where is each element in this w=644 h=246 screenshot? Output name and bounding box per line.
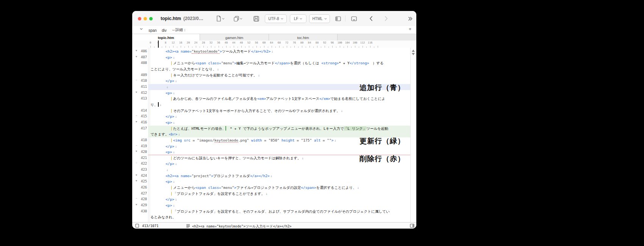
status-bar: 413/1071 <h2><a name="keytoolmode">ツール入力… [132,222,416,229]
chevron-down-icon [240,18,242,20]
code-line-429[interactable]: ▼429<p>↓ [132,202,416,209]
code-line-425[interactable]: ▼425<p>↓ [132,179,416,185]
tab-mark [171,210,172,213]
diff-annotation: 更新行（緑） [360,136,405,146]
code-text: ことにより、ツール入力モードとなり、↓ [132,66,416,72]
code-rows: ▼406<h2><a name="keytoolmode">ツール入力モード</… [132,48,416,220]
tab-gamen.htm[interactable]: gamen.htm [200,34,269,41]
newline-mark: ↓ [173,55,175,59]
zoom-window-button[interactable] [149,17,153,20]
code-line-428[interactable]: −428</p>↓ [132,196,416,202]
current-heading-context: <h2><a name="keytoolmode">ツール入力モード</a></… [192,224,292,229]
code-line-415[interactable]: −415</p>↓ [132,114,416,120]
code-text: <p>↓ [132,202,416,209]
code-line-wrap[interactable]: るとみなされ、 [132,214,416,220]
jump-bar-item-div[interactable]: div [162,28,167,33]
tab-mark [171,186,172,190]
tab-mark [171,61,172,65]
code-text: そのアルファベット1文字をキーボードから入力することで、そのツールやフォルダが選… [132,108,416,114]
code-text: たとえば、HTMLモードの場合、 * + Y で下のようなポップアップメニューが… [132,126,416,132]
code-line-427[interactable]: 427「プロジェクトフォルダ」を設定することができます。↓ [132,191,416,197]
close-window-button[interactable] [138,17,141,20]
code-line-417[interactable]: 417たとえば、HTMLモードの場合、 * + Y で下のようなポップアップメニ… [132,126,416,132]
ruler-caret-indicator [158,40,159,48]
document-info-icon[interactable] [135,224,139,228]
code-line-407[interactable]: ▼407<p>↓ [132,54,416,61]
minimize-window-button[interactable] [144,17,147,20]
save-button[interactable] [253,15,259,22]
code-text: </p>↓ [132,114,416,120]
toolbar-overflow-button[interactable] [408,15,413,22]
code-text: キー入力だけでツールを起動することが可能です。↓ [132,72,416,78]
code-text: <p>↓ [132,120,416,126]
overflow-icon [408,16,413,21]
code-line-wrap[interactable]: り、↓ [132,102,416,108]
detail-toggle[interactable]: ⇔詳細： [172,27,187,33]
newline-mark: ↓ [175,197,177,201]
forward-button[interactable] [385,15,388,22]
chevron-down-icon[interactable] [140,28,143,30]
add-tab-button[interactable]: + [409,26,411,32]
code-text: るとみなされ、 [132,214,416,220]
lineending-select[interactable]: LF [290,14,306,23]
code-line-423[interactable]: 423↓ [132,167,416,173]
scroll-down-icon[interactable] [412,53,415,55]
side-panel-icon[interactable] [410,224,414,228]
diff-annotation: 削除行（赤） [360,154,405,164]
forward-icon [385,16,388,21]
newline-mark: ↓ [175,162,177,166]
code-line-406[interactable]: ▼406<h2><a name="keytoolmode">ツール入力モード</… [132,48,416,54]
tab-bar: topic.htmgamen.htmtoc.htm [132,34,416,41]
title-bar: topic.htm(2023/0… [132,11,416,26]
newline-mark: ↓ [266,192,268,196]
newline-mark: ↓ [178,132,180,136]
tab-topic.htm[interactable]: topic.htm [132,34,200,41]
code-text: <h2><a name="project">プロジェクトフォルダ</a></h2… [132,173,416,179]
newline-mark: ↓ [175,79,177,83]
code-text: 「プロジェクトフォルダ」を設定することができます。↓ [132,191,416,197]
newline-mark: ↓ [341,109,343,113]
newline-mark: ↓ [302,156,304,160]
code-line-430[interactable]: 430「プロジェクトフォルダ」を設定すると、そのフォルダ、および、サブフォルダ内… [132,209,416,215]
chevron-down-icon [281,18,283,20]
editor-content: ▼406<h2><a name="keytoolmode">ツール入力モード</… [132,48,416,222]
code-text: </p>↓ [132,196,416,202]
code-line-414[interactable]: 414そのアルファベット1文字をキーボードから入力することで、そのツールやフォル… [132,108,416,114]
newline-mark: ↓ [166,85,169,89]
code-line-409[interactable]: 409キー入力だけでツールを起動することが可能です。↓ [132,72,416,78]
jump-bar: spandiv ⇔詳細： + [132,26,416,34]
new-document-button[interactable] [216,15,225,22]
newline-mark: ↓ [173,203,175,207]
duplicate-document-button[interactable] [234,15,242,22]
tab-mark [171,192,172,196]
tab-mark [171,127,172,131]
newline-mark: ↓ [217,67,219,71]
back-button[interactable] [369,15,373,22]
code-line-416[interactable]: ▼416<p>↓ [132,120,416,126]
jump-bar-item-span[interactable]: span [148,28,157,33]
tab-toc.htm[interactable]: toc.htm [269,34,338,41]
heading-list-icon[interactable] [186,224,190,228]
chevron-down-icon [324,18,327,20]
split-view-button[interactable] [335,15,341,22]
newline-mark: ↓ [173,91,175,95]
code-line-408[interactable]: 408メニューから<span class="menu">編集→ツール入力モード<… [132,60,416,66]
code-line-424[interactable]: ▼424<h2><a name="project">プロジェクトフォルダ</a>… [132,173,416,179]
code-text: メニューから<span class="menu">ファイル→プロジェクトフォルダ… [132,185,416,191]
code-text: <h2><a name="keytoolmode">ツール入力モード</a></… [132,48,416,54]
editor-window: topic.htm(2023/0… [132,11,416,229]
vertical-scrollbar[interactable] [410,48,416,222]
scroll-up-icon[interactable] [412,50,415,52]
code-line-413[interactable]: 413あらかじめ、各ツールのファイル名／フォルダ名を<em>アルファベット1文字… [132,96,416,102]
code-line-wrap[interactable]: ことにより、ツール入力モードとなり、↓ [132,66,416,72]
mode-select[interactable]: HTML [309,14,330,23]
newline-mark: ↓ [159,103,162,107]
newline-mark: ↓ [175,114,177,118]
encoding-select[interactable]: UTF-8 [265,14,287,23]
new-document-icon [216,16,221,22]
newline-mark: ↓ [173,179,175,184]
newline-mark: ↓ [270,174,273,178]
code-text: <p>↓ [132,179,416,185]
bottom-panel-button[interactable] [351,15,357,22]
code-line-426[interactable]: 426メニューから<span class="menu">ファイル→プロジェクトフ… [132,185,416,191]
